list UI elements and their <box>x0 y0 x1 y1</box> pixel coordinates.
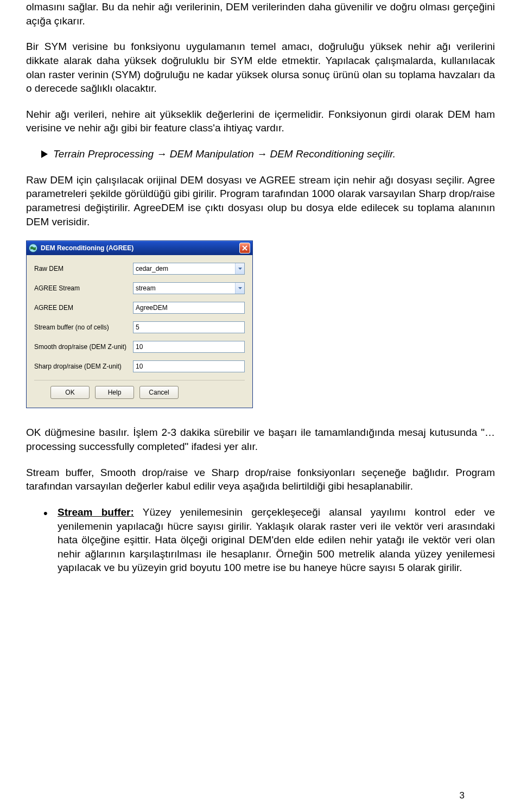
input-stream-buffer[interactable] <box>133 321 245 333</box>
dialog-titlebar[interactable]: DEM Reconditioning (AGREE) <box>27 241 252 255</box>
label-agree-stream: AGREE Stream <box>34 284 133 293</box>
ok-button[interactable]: OK <box>50 386 90 399</box>
label-raw-dem: Raw DEM <box>34 264 133 273</box>
dropdown-agree-stream-value: stream <box>136 284 235 293</box>
row-agree-stream: AGREE Stream stream <box>34 282 245 294</box>
dropdown-raw-dem-value: cedar_dem <box>136 264 235 273</box>
page-number: 3 <box>460 790 465 802</box>
input-smooth-drop[interactable] <box>133 341 245 353</box>
cancel-button[interactable]: Cancel <box>139 386 179 399</box>
input-agree-dem[interactable] <box>133 302 245 314</box>
dialog-button-bar: OK Help Cancel <box>34 380 245 401</box>
list-item: Stream buffer: Yüzey yenilemesinin gerçe… <box>26 505 495 575</box>
menu-path-text: Terrain Preprocessing → DEM Manipulation… <box>53 148 396 160</box>
dialog-title: DEM Reconditioning (AGREE) <box>41 244 239 252</box>
paragraph-1: olmasını sağlar. Bu da nehir ağı veriler… <box>26 0 495 28</box>
row-smooth-drop: Smooth drop/raise (DEM Z-unit) <box>34 341 245 353</box>
close-button[interactable] <box>239 243 250 253</box>
right-arrow-icon <box>41 150 48 158</box>
input-sharp-drop[interactable] <box>133 360 245 372</box>
row-stream-buffer: Stream buffer (no of cells) <box>34 321 245 333</box>
label-stream-buffer: Stream buffer (no of cells) <box>34 323 133 332</box>
label-agree-dem: AGREE DEM <box>34 303 133 312</box>
help-button[interactable]: Help <box>95 386 134 399</box>
paragraph-3: Nehir ağı verileri, nehire ait yükseklik… <box>26 107 495 135</box>
paragraph-2: Bir SYM verisine bu fonksiyonu uygulaman… <box>26 40 495 96</box>
menu-path: Terrain Preprocessing → DEM Manipulation… <box>26 147 495 161</box>
bullet-label: Stream buffer: <box>58 506 134 518</box>
paragraph-5: OK düğmesine basılır. İşlem 2-3 dakika s… <box>26 426 495 453</box>
label-smooth-drop: Smooth drop/raise (DEM Z-unit) <box>34 342 133 351</box>
row-agree-dem: AGREE DEM <box>34 302 245 314</box>
chevron-down-icon <box>235 263 244 274</box>
bullet-list: Stream buffer: Yüzey yenilemesinin gerçe… <box>26 505 495 575</box>
row-raw-dem: Raw DEM cedar_dem <box>34 263 245 275</box>
chevron-down-icon <box>235 283 244 294</box>
row-sharp-drop: Sharp drop/raise (DEM Z-unit) <box>34 360 245 372</box>
app-icon <box>29 244 37 252</box>
dem-reconditioning-dialog: DEM Reconditioning (AGREE) Raw DEM cedar… <box>26 240 253 408</box>
paragraph-4: Raw DEM için çalışılacak orijinal DEM do… <box>26 173 495 229</box>
dropdown-agree-stream[interactable]: stream <box>133 282 245 294</box>
paragraph-6: Stream buffer, Smooth drop/raise ve Shar… <box>26 466 495 493</box>
label-sharp-drop: Sharp drop/raise (DEM Z-unit) <box>34 362 133 371</box>
dropdown-raw-dem[interactable]: cedar_dem <box>133 263 245 275</box>
close-icon <box>242 245 247 251</box>
dialog-body: Raw DEM cedar_dem AGREE Stream stream AG… <box>27 255 252 408</box>
